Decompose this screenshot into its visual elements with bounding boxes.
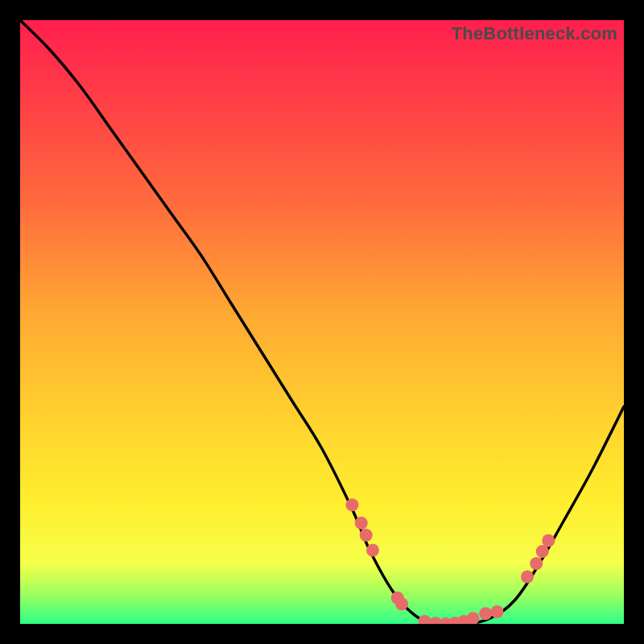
marker-left-3 <box>360 529 373 542</box>
marker-min-7 <box>479 607 492 620</box>
marker-right-1 <box>521 571 534 584</box>
chart-markers-group <box>346 498 555 624</box>
chart-frame: TheBottleneck.com <box>20 20 624 624</box>
marker-right-4 <box>542 535 555 547</box>
marker-right-2 <box>530 557 543 570</box>
marker-right-3 <box>536 545 549 558</box>
marker-min-6 <box>467 612 480 624</box>
marker-left-4 <box>366 544 379 557</box>
marker-left-2 <box>355 517 368 530</box>
bottleneck-curve <box>20 20 624 624</box>
watermark-label: TheBottleneck.com <box>452 23 617 44</box>
marker-left-1 <box>346 498 359 511</box>
marker-min-8 <box>491 605 504 618</box>
marker-lowmid-2 <box>395 597 408 610</box>
chart-overlay-svg <box>20 20 624 624</box>
